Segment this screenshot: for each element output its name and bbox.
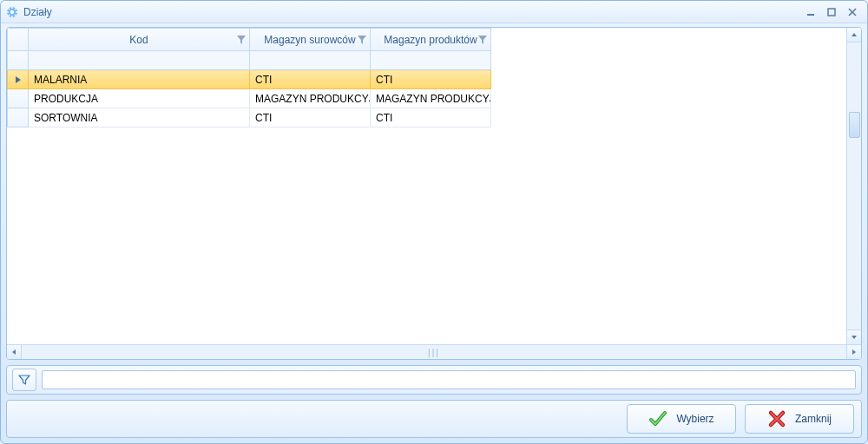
- filter-icon[interactable]: [237, 36, 246, 44]
- button-label: Wybierz: [676, 413, 713, 425]
- svg-line-8: [9, 14, 10, 15]
- button-label: Zamknij: [795, 413, 832, 425]
- select-button[interactable]: Wybierz: [627, 404, 736, 434]
- close-dialog-button[interactable]: Zamknij: [745, 404, 854, 434]
- svg-line-9: [15, 8, 16, 9]
- filter-icon[interactable]: [478, 36, 487, 44]
- titlebar[interactable]: Działy: [1, 1, 867, 23]
- window-title: Działy: [23, 6, 52, 18]
- table-row[interactable]: MALARNIACTICTI: [8, 70, 491, 89]
- table-row[interactable]: PRODUKCJAMAGAZYN PRODUKCYJNYMAGAZYN PROD…: [8, 89, 491, 108]
- funnel-icon: [17, 373, 31, 387]
- row-arrow-icon: [16, 76, 21, 83]
- window: Działy Kod: [0, 0, 868, 444]
- row-indicator: [8, 108, 29, 127]
- content: Kod Magazyn surowców: [1, 23, 867, 443]
- cell[interactable]: CTI: [250, 108, 371, 127]
- row-indicator: [8, 89, 29, 108]
- svg-point-1: [10, 10, 14, 13]
- scroll-up-arrow-icon[interactable]: [847, 28, 861, 42]
- app-icon: [6, 6, 18, 18]
- cell[interactable]: CTI: [371, 108, 491, 127]
- button-bar: Wybierz Zamknij: [6, 400, 862, 438]
- svg-line-6: [9, 8, 10, 9]
- row-indicator: [8, 70, 29, 89]
- cell[interactable]: MALARNIA: [29, 70, 250, 89]
- filter-icon[interactable]: [358, 36, 366, 44]
- x-icon: [767, 409, 786, 428]
- horizontal-scrollbar[interactable]: |||: [7, 344, 861, 359]
- cell[interactable]: CTI: [250, 70, 371, 89]
- column-header-kod[interactable]: Kod: [29, 29, 250, 51]
- filter-button[interactable]: [12, 369, 36, 391]
- cell[interactable]: MAGAZYN PRODUKCYJNY: [250, 89, 371, 108]
- scroll-down-arrow-icon[interactable]: [847, 330, 861, 344]
- close-button[interactable]: [843, 5, 862, 19]
- row-indicator-header[interactable]: [8, 29, 29, 51]
- cell[interactable]: SORTOWNIA: [29, 108, 250, 127]
- column-header-magazyn-produktow[interactable]: Magazyn produktów: [371, 29, 491, 51]
- cell[interactable]: MAGAZYN PRODUKCYJNY: [371, 89, 491, 108]
- data-grid[interactable]: Kod Magazyn surowców: [7, 28, 846, 344]
- table-row[interactable]: SORTOWNIACTICTI: [8, 108, 491, 127]
- checkmark-icon: [648, 409, 667, 428]
- scroll-thumb[interactable]: [849, 112, 860, 138]
- cell[interactable]: CTI: [371, 70, 491, 89]
- svg-rect-11: [828, 9, 835, 16]
- scroll-right-arrow-icon[interactable]: [846, 345, 861, 359]
- column-header-label: Magazyn produktów: [384, 34, 477, 46]
- vertical-scrollbar[interactable]: [846, 28, 861, 344]
- maximize-button[interactable]: [822, 5, 841, 19]
- svg-line-7: [15, 14, 16, 15]
- svg-rect-10: [807, 14, 814, 16]
- scroll-left-arrow-icon[interactable]: [7, 345, 22, 359]
- column-header-magazyn-surowcow[interactable]: Magazyn surowców: [250, 29, 371, 51]
- scroll-grip-icon: |||: [428, 348, 440, 357]
- auto-filter-row[interactable]: [8, 51, 491, 70]
- cell[interactable]: PRODUKCJA: [29, 89, 250, 108]
- filter-input[interactable]: [42, 370, 856, 389]
- column-header-label: Kod: [129, 34, 148, 46]
- data-grid-panel: Kod Magazyn surowców: [6, 27, 862, 360]
- column-header-label: Magazyn surowców: [264, 34, 355, 46]
- minimize-button[interactable]: [801, 5, 820, 19]
- filter-bar: [6, 365, 862, 395]
